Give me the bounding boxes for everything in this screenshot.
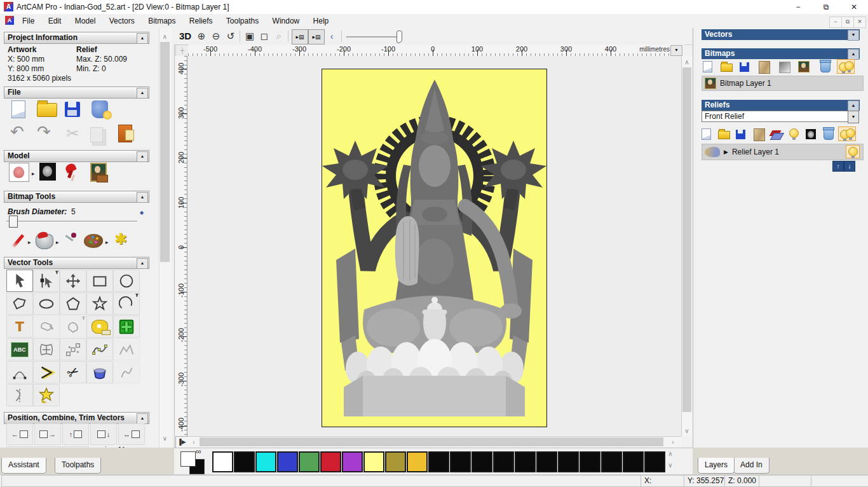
- view-3d-button[interactable]: 3D: [179, 31, 191, 41]
- primary-colour-swatch[interactable]: [180, 451, 196, 467]
- palette-swatch[interactable]: [623, 451, 644, 472]
- delete-relief-layer-icon[interactable]: [824, 128, 834, 140]
- menu-toolpaths[interactable]: Toolpaths: [220, 14, 264, 28]
- expand-arrow-icon[interactable]: ▶: [724, 149, 728, 155]
- mdi-minimize-button[interactable]: −: [829, 17, 842, 28]
- menu-bitmaps[interactable]: Bitmaps: [142, 14, 181, 28]
- palette-swatch[interactable]: [644, 451, 665, 472]
- scroll-down-icon[interactable]: ∨: [159, 435, 171, 442]
- save-bitmap-layer-icon[interactable]: [740, 62, 749, 72]
- invert-model-icon[interactable]: [39, 163, 56, 181]
- redo-icon[interactable]: ↷: [37, 122, 51, 142]
- canvas-hscrollbar-thumb[interactable]: [200, 437, 663, 446]
- vectors-panel-header[interactable]: Vectors ▼: [702, 29, 860, 40]
- collapse-icon[interactable]: ▲: [137, 33, 148, 44]
- palette-icon[interactable]: [84, 234, 103, 248]
- contrast-slider-handle[interactable]: [397, 31, 402, 43]
- link-colours-icon[interactable]: ∞: [196, 447, 201, 456]
- mdi-close-button[interactable]: ✕: [853, 17, 866, 28]
- texture-flower-icon[interactable]: ✱: [114, 230, 127, 248]
- zoom-out-icon[interactable]: ⊖: [209, 29, 223, 43]
- scroll-up-icon[interactable]: ∧: [159, 33, 171, 40]
- open-file-icon[interactable]: [37, 103, 57, 117]
- greyscale-icon[interactable]: [779, 62, 790, 73]
- tab-addin[interactable]: Add In: [733, 458, 770, 474]
- relief-selector-combobox[interactable]: Front Relief: [702, 111, 851, 122]
- palette-swatch[interactable]: [601, 451, 622, 472]
- menu-reliefs[interactable]: Reliefs: [184, 14, 219, 28]
- palette-swatch[interactable]: [407, 451, 428, 472]
- tool-mirror-merge[interactable]: [6, 384, 33, 406]
- palette-scroll-up-icon[interactable]: ∧: [666, 450, 675, 457]
- flyout-arrow-icon[interactable]: ▸: [28, 239, 31, 245]
- flood-fill-icon[interactable]: [36, 234, 53, 249]
- align-top-button[interactable]: ↑: [62, 423, 89, 445]
- toggle-all-bitmap-visibility-icon[interactable]: [837, 60, 854, 73]
- tool-interactive-distortion[interactable]: [86, 361, 113, 383]
- palette-scroll-down-icon[interactable]: ∨: [666, 462, 675, 469]
- palette-swatch[interactable]: [580, 451, 600, 472]
- preview-icon[interactable]: ‹: [325, 29, 339, 43]
- colour-picker-icon[interactable]: [64, 233, 78, 248]
- relief-stack-icon[interactable]: [770, 130, 782, 140]
- save-relief-layer-icon[interactable]: [736, 130, 745, 139]
- toggle-bitmap-view-button[interactable]: ▸▤: [292, 29, 308, 45]
- reliefs-panel-header[interactable]: Reliefs ▲: [702, 100, 860, 111]
- brush-slider-track[interactable]: [6, 221, 137, 223]
- load-bitmap-icon[interactable]: [90, 163, 107, 182]
- palette-swatch[interactable]: [277, 451, 298, 472]
- menu-file[interactable]: File: [17, 14, 40, 28]
- relief-preview-icon[interactable]: [789, 128, 799, 138]
- ruler-units-dropdown[interactable]: ▼: [670, 45, 682, 56]
- tool-weld-vectors[interactable]: [113, 315, 140, 338]
- palette-swatch[interactable]: [363, 451, 384, 472]
- contrast-slider-track[interactable]: [346, 36, 398, 38]
- model-section-header[interactable]: Model ▲: [4, 150, 149, 162]
- relief-layer-visibility-icon[interactable]: [846, 146, 859, 158]
- new-bitmap-layer-icon[interactable]: [703, 61, 712, 72]
- zoom-in-icon[interactable]: ⊕: [194, 29, 208, 43]
- tool-create-ellipse[interactable]: [33, 292, 60, 315]
- tool-create-polygon[interactable]: [60, 292, 86, 315]
- bitmaps-panel-header[interactable]: Bitmaps ▲: [702, 48, 860, 59]
- zoom-fit-icon[interactable]: ◻: [257, 29, 271, 43]
- scroll-up-icon[interactable]: ∧: [681, 58, 693, 65]
- tool-create-circle[interactable]: [113, 270, 140, 292]
- align-right-button[interactable]: →: [34, 423, 61, 445]
- palette-swatch[interactable]: [212, 451, 233, 472]
- relief-layer-row[interactable]: ▶ Relief Layer 1: [702, 144, 864, 160]
- bitmap-layer-row[interactable]: Bitmap Layer 1: [702, 76, 864, 91]
- lighting-icon[interactable]: [64, 163, 81, 181]
- assistant-scrollbar-thumb[interactable]: [160, 42, 170, 262]
- tool-transform-vectors[interactable]: [60, 270, 86, 292]
- save-file-icon[interactable]: [65, 102, 80, 117]
- greyscale-relief-icon[interactable]: [806, 129, 816, 139]
- palette-swatch[interactable]: [428, 451, 449, 472]
- align-bottom-button[interactable]: ↓: [90, 423, 117, 445]
- brush-slider-handle[interactable]: [9, 216, 18, 228]
- flyout-arrow-icon[interactable]: ▸: [56, 239, 59, 245]
- restore-button[interactable]: ⧉: [812, 0, 840, 14]
- bitmap-tools-header[interactable]: Bitmap Tools ▲: [4, 191, 149, 203]
- close-button[interactable]: ✕: [840, 0, 868, 14]
- menu-edit[interactable]: Edit: [43, 14, 67, 28]
- pan-mode-button[interactable]: ▐▶: [175, 436, 188, 449]
- palette-swatch[interactable]: [320, 451, 341, 472]
- tool-paste-along-curve[interactable]: [60, 338, 86, 360]
- bitmap-image-icon[interactable]: [798, 61, 810, 72]
- tab-assistant[interactable]: Assistant: [1, 458, 46, 474]
- tool-create-arc[interactable]: Ŧ: [113, 292, 140, 315]
- move-layer-up-button[interactable]: ↑: [832, 161, 844, 172]
- tool-create-rectangle[interactable]: [86, 270, 113, 292]
- project-information-header[interactable]: Project Information ▲: [4, 32, 149, 44]
- undo-icon[interactable]: ↶: [10, 122, 24, 142]
- flyout-arrow-icon[interactable]: ▸: [105, 239, 109, 245]
- tab-toolpaths[interactable]: Toolpaths: [55, 458, 101, 474]
- palette-swatch[interactable]: [471, 451, 492, 472]
- open-bitmap-layer-icon[interactable]: [721, 64, 733, 72]
- tool-distort-vectors[interactable]: [33, 338, 60, 360]
- brush-flyout-icon[interactable]: ◆: [140, 210, 144, 216]
- position-combine-trim-header[interactable]: Position, Combine, Trim Vectors ▲: [4, 412, 149, 424]
- notes-icon[interactable]: [118, 125, 132, 142]
- palette-swatch[interactable]: [493, 451, 514, 472]
